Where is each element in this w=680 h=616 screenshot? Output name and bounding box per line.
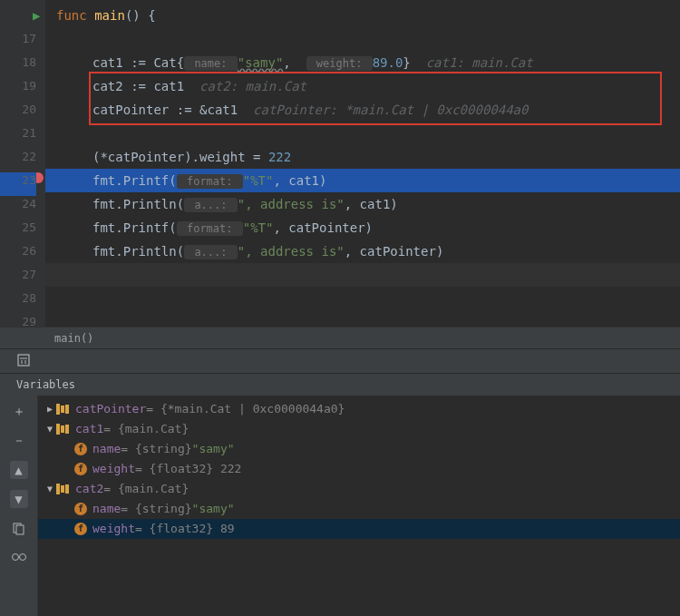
var-string: "samy" — [192, 499, 235, 519]
gutter-line-26[interactable]: 26 — [0, 240, 36, 263]
gutter-line-17[interactable]: 17 — [0, 27, 36, 51]
remove-watch-icon[interactable]: － — [10, 432, 28, 450]
variables-tree[interactable]: ▶ catPointer = {*main.Cat | 0xc0000044a0… — [38, 396, 680, 616]
gutter-line-20[interactable]: 20 — [0, 98, 36, 122]
gutter-line-21[interactable]: 21 — [0, 122, 36, 145]
code-line-29[interactable] — [56, 287, 680, 310]
var-value: = {float32} 222 — [135, 459, 241, 479]
copy-icon[interactable] — [10, 519, 28, 537]
var-name: catPointer — [75, 399, 146, 419]
var-cat1-weight[interactable]: f weight = {float32} 222 — [38, 459, 680, 479]
var-value: = {float32} 89 — [135, 519, 235, 539]
gutter-line-27[interactable]: 27 — [0, 263, 36, 287]
var-value: = {*main.Cat | 0xc0000044a0} — [146, 399, 345, 419]
gutter-line-18[interactable]: 18 — [0, 51, 36, 74]
gutter-line-22[interactable]: 22 — [0, 145, 36, 169]
var-name: cat1 — [75, 419, 103, 439]
gutter: ▶ 17 18 19 20 21 22 23 24 25 26 27 28 29 — [0, 0, 45, 327]
code-line-25[interactable]: fmt.Println( a...: ", address is", cat1) — [56, 192, 680, 216]
var-cat2-weight[interactable]: f weight = {float32} 89 — [38, 519, 680, 539]
code-line-19[interactable]: cat1 := Cat{ name: "samy", weight: 89.0}… — [56, 51, 680, 74]
code-line-18[interactable] — [56, 27, 680, 51]
calculator-icon[interactable] — [16, 353, 31, 370]
gutter-line-23[interactable]: 23 — [0, 169, 36, 192]
add-watch-icon[interactable]: ＋ — [10, 403, 28, 421]
move-down-icon[interactable]: ▼ — [10, 490, 28, 508]
var-value: = {main.Cat} — [103, 419, 189, 439]
code-line-28[interactable] — [56, 263, 680, 287]
gutter-line-24[interactable]: 24 — [0, 192, 36, 216]
var-cat2[interactable]: ▼ cat2 = {main.Cat} — [38, 479, 680, 499]
code-line-27[interactable]: fmt.Println( a...: ", address is", catPo… — [56, 240, 680, 263]
gutter-line-19[interactable]: 19 — [0, 74, 36, 98]
editor-pane: ▶ 17 18 19 20 21 22 23 24 25 26 27 28 29… — [0, 0, 680, 327]
collapse-icon[interactable]: ▼ — [44, 419, 56, 439]
expand-icon[interactable]: ▶ — [44, 399, 56, 419]
code-line-17[interactable]: func main() { — [56, 4, 680, 27]
svg-rect-0 — [18, 355, 29, 366]
code-line-26[interactable]: fmt.Printf( format: "%T", catPointer) — [56, 216, 680, 240]
var-cat1[interactable]: ▼ cat1 = {main.Cat} — [38, 419, 680, 439]
glasses-icon[interactable] — [10, 548, 28, 566]
var-catpointer[interactable]: ▶ catPointer = {*main.Cat | 0xc0000044a0… — [38, 399, 680, 419]
var-value: = {string} — [121, 439, 191, 459]
var-string: "samy" — [192, 439, 235, 459]
variables-header: Variables — [0, 374, 680, 396]
field-icon: f — [74, 463, 87, 475]
var-cat2-name[interactable]: f name = {string} "samy" — [38, 499, 680, 519]
struct-icon — [56, 404, 70, 415]
code-line-22[interactable] — [56, 122, 680, 145]
var-name: weight — [92, 519, 135, 539]
gutter-line-25[interactable]: 25 — [0, 216, 36, 240]
field-icon: f — [74, 443, 87, 455]
gutter-line-28[interactable]: 28 — [0, 287, 36, 310]
var-value: = {string} — [121, 499, 191, 519]
var-value: = {main.Cat} — [103, 479, 189, 499]
field-icon: f — [74, 523, 87, 535]
struct-icon — [56, 424, 70, 435]
debug-panel: ＋ － ▲ ▼ ▶ catPointer = {*main.Cat | 0xc0… — [0, 396, 680, 616]
svg-point-6 — [12, 554, 18, 561]
debug-toolstrip — [0, 348, 680, 374]
gutter-line-29[interactable]: 29 — [0, 310, 36, 334]
code-area[interactable]: func main() { cat1 := Cat{ name: "samy",… — [45, 0, 680, 327]
debug-side-toolbar: ＋ － ▲ ▼ — [0, 396, 38, 616]
move-up-icon[interactable]: ▲ — [10, 461, 28, 479]
var-name: weight — [92, 459, 135, 479]
code-line-24[interactable]: fmt.Printf( format: "%T", cat1) — [56, 169, 680, 192]
code-line-20[interactable]: cat2 := cat1 cat2: main.Cat — [56, 74, 680, 98]
struct-icon — [56, 484, 70, 494]
breadcrumb[interactable]: main() — [0, 327, 680, 348]
var-name: name — [92, 439, 121, 459]
collapse-icon[interactable]: ▼ — [44, 479, 56, 499]
var-name: cat2 — [75, 479, 103, 499]
code-line-23[interactable]: (*catPointer).weight = 222 — [56, 145, 680, 169]
var-name: name — [92, 499, 121, 519]
field-icon: f — [74, 503, 87, 515]
svg-point-7 — [19, 554, 25, 561]
code-line-21[interactable]: catPointer := &cat1 catPointer: *main.Ca… — [56, 98, 680, 122]
svg-rect-5 — [16, 525, 24, 534]
run-gutter-icon[interactable]: ▶ — [33, 4, 40, 27]
var-cat1-name[interactable]: f name = {string} "samy" — [38, 439, 680, 459]
